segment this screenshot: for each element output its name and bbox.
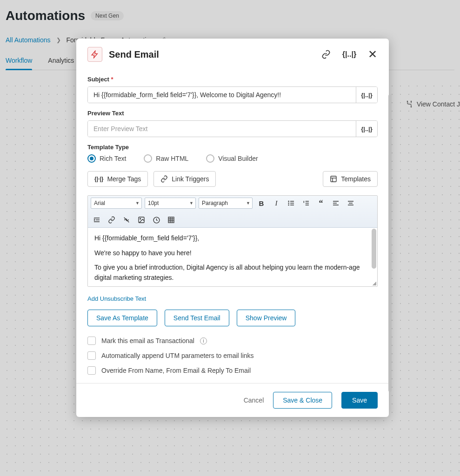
bullet-list-icon[interactable] bbox=[285, 198, 297, 209]
cancel-button[interactable]: Cancel bbox=[244, 397, 264, 404]
svg-point-1 bbox=[411, 101, 411, 101]
save-as-template-button[interactable]: Save As Template bbox=[87, 310, 157, 326]
svg-point-26 bbox=[140, 218, 141, 219]
show-preview-button[interactable]: Show Preview bbox=[237, 310, 296, 326]
editor-resize-handle[interactable] bbox=[88, 282, 377, 286]
templates-icon bbox=[330, 175, 337, 183]
image-icon[interactable] bbox=[135, 214, 147, 225]
bolt-icon bbox=[87, 47, 102, 62]
italic-icon[interactable]: I bbox=[270, 198, 282, 209]
modal-title: Send Email bbox=[109, 49, 159, 60]
rich-text-editor: Arial▼ 10pt▼ Paragraph▼ B I bbox=[87, 195, 378, 287]
svg-point-11 bbox=[288, 205, 289, 205]
radio-raw-html[interactable]: Raw HTML bbox=[144, 154, 188, 163]
font-size-select[interactable]: 10pt▼ bbox=[145, 198, 196, 209]
indent-icon[interactable] bbox=[91, 214, 103, 225]
save-close-button[interactable]: Save & Close bbox=[273, 392, 332, 409]
template-type-label: Template Type bbox=[87, 144, 378, 151]
merge-tags-button[interactable]: {|·|} Merge Tags bbox=[87, 171, 148, 187]
merge-tags-btn-icon: {|·|} bbox=[94, 176, 103, 182]
checkbox-utm[interactable] bbox=[87, 351, 96, 360]
align-center-icon[interactable] bbox=[345, 198, 357, 209]
checkbox-override-from[interactable] bbox=[87, 366, 96, 375]
unlink-icon[interactable] bbox=[120, 214, 133, 225]
checkbox-override-from-label: Override From Name, From Email & Reply T… bbox=[101, 367, 251, 374]
svg-rect-28 bbox=[168, 217, 174, 223]
svg-point-2 bbox=[411, 106, 411, 107]
align-left-icon[interactable] bbox=[330, 198, 342, 209]
info-icon[interactable]: i bbox=[200, 337, 207, 344]
subject-label: Subject * bbox=[87, 76, 378, 83]
merge-tags-icon[interactable]: {|..|} bbox=[344, 49, 354, 60]
send-test-email-button[interactable]: Send Test Email bbox=[165, 310, 229, 326]
templates-button[interactable]: Templates bbox=[323, 171, 378, 187]
tab-analytics[interactable]: Analytics bbox=[48, 57, 74, 70]
bold-icon[interactable]: B bbox=[255, 198, 267, 209]
radio-visual-builder[interactable]: Visual Builder bbox=[206, 154, 258, 163]
svg-point-0 bbox=[407, 101, 407, 101]
modal-scrollbar[interactable] bbox=[388, 94, 392, 392]
numbered-list-icon[interactable] bbox=[300, 198, 312, 209]
checkbox-utm-label: Automatically append UTM parameters to e… bbox=[101, 352, 254, 359]
preview-text-label: Preview Text bbox=[87, 110, 378, 117]
checkbox-transactional-label: Mark this email as Transactional bbox=[101, 337, 194, 344]
page-title: Automations bbox=[6, 8, 85, 23]
radio-rich-text[interactable]: Rich Text bbox=[87, 154, 126, 163]
next-gen-badge: Next Gen bbox=[91, 11, 124, 20]
save-button[interactable]: Save bbox=[341, 392, 378, 409]
link-triggers-button[interactable]: Link Triggers bbox=[153, 171, 216, 187]
subject-merge-tags-button[interactable]: {|..|} bbox=[356, 87, 377, 103]
editor-toolbar: Arial▼ 10pt▼ Paragraph▼ B I bbox=[88, 196, 377, 228]
copy-link-icon[interactable] bbox=[321, 49, 331, 60]
tab-workflow[interactable]: Workflow bbox=[6, 57, 32, 70]
svg-point-10 bbox=[288, 203, 289, 203]
chevron-right-icon: ❯ bbox=[56, 37, 61, 43]
quote-icon[interactable]: “ bbox=[315, 198, 327, 209]
close-icon[interactable]: ✕ bbox=[367, 49, 378, 60]
editor-scrollbar[interactable] bbox=[372, 229, 376, 269]
send-email-modal: Send Email {|..|} ✕ Subject * {|..|} Pre… bbox=[76, 39, 389, 417]
breadcrumb-root[interactable]: All Automations bbox=[6, 36, 51, 44]
view-contact-label: View Contact J bbox=[417, 100, 460, 108]
view-contact-journey[interactable]: View Contact J bbox=[406, 100, 460, 108]
svg-point-9 bbox=[288, 201, 289, 201]
preview-merge-tags-button[interactable]: {|..|} bbox=[356, 121, 377, 137]
insert-link-icon[interactable] bbox=[106, 214, 118, 225]
media-icon[interactable] bbox=[150, 214, 162, 225]
add-unsubscribe-link[interactable]: Add Unsubscribe Text bbox=[87, 295, 146, 302]
preview-text-input[interactable] bbox=[88, 121, 356, 137]
block-format-select[interactable]: Paragraph▼ bbox=[199, 198, 253, 209]
link-icon bbox=[160, 175, 168, 183]
subject-input[interactable] bbox=[88, 87, 356, 103]
svg-rect-3 bbox=[331, 176, 336, 182]
table-icon[interactable] bbox=[165, 214, 177, 225]
checkbox-transactional[interactable] bbox=[87, 337, 96, 345]
font-family-select[interactable]: Arial▼ bbox=[91, 198, 142, 209]
editor-content[interactable]: Hi {{formidable_form_field field='7'}}, … bbox=[88, 228, 377, 282]
